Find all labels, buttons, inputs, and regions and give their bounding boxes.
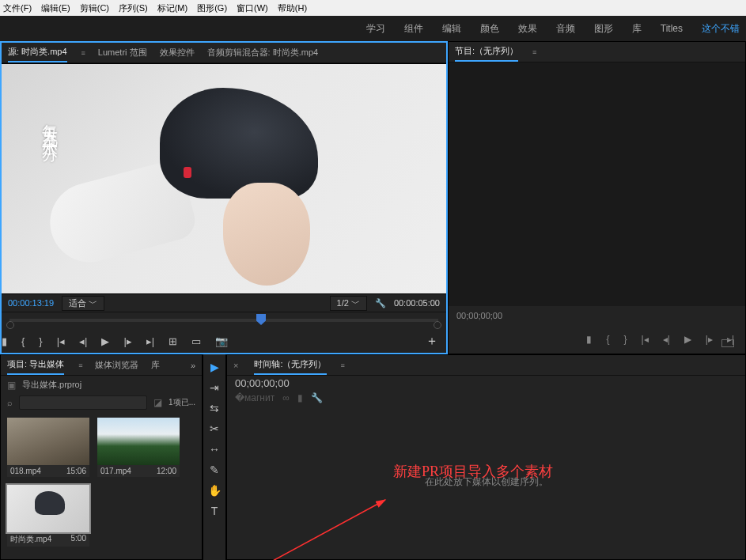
selection-tool-icon[interactable]: ▶ — [210, 361, 219, 373]
clip-thumb[interactable]: 017.mp412:00 — [97, 418, 180, 477]
play-icon[interactable]: ▶ — [101, 335, 109, 347]
menubar: 文件(F) 编辑(E) 剪辑(C) 序列(S) 标记(M) 图形(G) 窗口(W… — [0, 0, 746, 16]
close-tab-icon[interactable]: × — [233, 361, 238, 370]
insert-icon[interactable]: ⊞ — [169, 335, 177, 347]
panel-menu-icon[interactable]: ≡ — [341, 361, 345, 369]
ws-color[interactable]: 颜色 — [480, 22, 499, 36]
figure-cap — [160, 88, 318, 199]
menu-help[interactable]: 帮助(H) — [278, 2, 307, 14]
overwrite-icon[interactable]: ▭ — [191, 335, 201, 347]
slip-tool-icon[interactable]: ↔ — [209, 443, 220, 456]
ws-custom[interactable]: 这个不错 — [702, 22, 740, 36]
item-count: 1项已... — [169, 397, 195, 408]
source-tabs: 源: 时尚类.mp4 ≡ Lumetri 范围 效果控件 音频剪辑混合器: 时尚… — [2, 43, 446, 63]
panel-menu-icon[interactable]: ≡ — [81, 49, 85, 57]
safe-margins-icon[interactable] — [721, 339, 734, 347]
ws-assembly[interactable]: 组件 — [404, 22, 423, 36]
step-back-icon[interactable]: ◂| — [663, 334, 670, 345]
ws-audio[interactable]: 音频 — [556, 22, 575, 36]
ripple-tool-icon[interactable]: ⇆ — [210, 402, 219, 414]
ws-learn[interactable]: 学习 — [366, 22, 385, 36]
track-select-tool-icon[interactable]: ⇥ — [210, 381, 219, 394]
menu-clip[interactable]: 剪辑(C) — [80, 2, 109, 14]
zoom-fit-dropdown[interactable]: 适合 ﹀ — [62, 296, 104, 311]
menu-graphics[interactable]: 图形(G) — [197, 2, 227, 14]
clip-name: 018.mp4 — [10, 467, 41, 475]
resolution-dropdown[interactable]: 1/2 ﹀ — [330, 296, 367, 311]
menu-sequence[interactable]: 序列(S) — [119, 2, 148, 14]
ws-library[interactable]: 库 — [632, 22, 642, 36]
menu-file[interactable]: 文件(F) — [3, 2, 32, 14]
marker-add-icon[interactable]: ▮ — [297, 392, 303, 403]
tab-source[interactable]: 源: 时尚类.mp4 — [8, 43, 67, 62]
tab-libraries[interactable]: 库 — [151, 356, 160, 374]
play-icon[interactable]: ▶ — [684, 334, 691, 345]
timeline-tabs: × 时间轴:（无序列） ≡ — [227, 355, 745, 376]
source-tc-out: 00:00:05:00 — [394, 298, 440, 308]
type-tool-icon[interactable]: T — [211, 505, 218, 517]
step-fwd-icon[interactable]: |▸ — [123, 335, 131, 347]
project-name: 导出媒体.prproj — [22, 379, 81, 391]
go-to-out-icon[interactable]: ▸| — [146, 335, 154, 347]
ws-graphics[interactable]: 图形 — [594, 22, 613, 36]
go-to-in-icon[interactable]: |◂ — [57, 335, 65, 347]
menu-edit[interactable]: 编辑(E) — [41, 2, 70, 14]
razor-tool-icon[interactable]: ✂ — [210, 422, 219, 435]
filter-icon[interactable]: ◪ — [153, 397, 162, 408]
panel-menu-icon[interactable]: ≡ — [532, 48, 536, 56]
tab-project[interactable]: 项目: 导出媒体 — [7, 355, 64, 375]
out-point-icon[interactable]: } — [623, 334, 627, 345]
tab-program[interactable]: 节目:（无序列） — [455, 42, 518, 62]
tab-effect-controls[interactable]: 效果控件 — [160, 44, 195, 62]
more-tabs-icon[interactable]: » — [191, 358, 195, 373]
source-video-frame: 每天九点二十八分 — [2, 64, 446, 293]
timeline-panel: × 时间轴:（无序列） ≡ 00;00;00;00 �магнит ∞ ▮ 🔧 … — [226, 354, 746, 560]
zoom-handle-right[interactable] — [434, 321, 441, 329]
tab-timeline[interactable]: 时间轴:（无序列） — [254, 355, 326, 375]
tab-audio-mixer[interactable]: 音频剪辑混合器: 时尚类.mp4 — [207, 44, 319, 62]
menu-window[interactable]: 窗口(W) — [237, 2, 268, 14]
settings-wrench-icon[interactable]: 🔧 — [375, 298, 386, 308]
source-transport: ▮ { } |◂ ◂| ▶ |▸ ▸| ⊞ ▭ 📷 ＋ — [2, 329, 446, 353]
ws-titles[interactable]: Titles — [661, 23, 683, 34]
settings-wrench-icon[interactable]: 🔧 — [311, 392, 323, 403]
marker-icon[interactable]: ▮ — [2, 335, 7, 347]
in-point-icon[interactable]: { — [606, 334, 609, 345]
snap-icon[interactable]: �магнит — [235, 392, 275, 403]
program-monitor-panel: 节目:（无序列） ≡ 00;00;00;00 ▮ { } |◂ ◂| ▶ |▸ … — [448, 41, 746, 354]
clip-thumb[interactable]: 018.mp415:06 — [7, 418, 89, 477]
source-viewer[interactable]: 每天九点二十八分 — [2, 63, 446, 294]
thumb-image — [7, 485, 89, 532]
project-header: ▣ 导出媒体.prproj — [1, 376, 202, 394]
in-point-icon[interactable]: { — [21, 335, 25, 347]
step-fwd-icon[interactable]: |▸ — [706, 334, 713, 345]
clip-thumb[interactable]: 时尚类.mp45:00 — [7, 485, 89, 547]
timeline-tc[interactable]: 00;00;00;00 — [227, 376, 745, 391]
out-point-icon[interactable]: } — [39, 335, 42, 347]
export-frame-icon[interactable]: 📷 — [215, 335, 228, 347]
hand-tool-icon[interactable]: ✋ — [208, 484, 222, 497]
source-controls: 00:00:13:19 适合 ﹀ 1/2 ﹀ 🔧 00:00:05:00 — [2, 294, 446, 312]
link-icon[interactable]: ∞ — [282, 392, 290, 403]
ws-effects[interactable]: 效果 — [518, 22, 537, 36]
source-ruler[interactable] — [2, 312, 446, 329]
program-transport: ▮ { } |◂ ◂| ▶ |▸ ▸| — [449, 325, 745, 354]
menu-marker[interactable]: 标记(M) — [157, 2, 188, 14]
ws-editing[interactable]: 编辑 — [442, 22, 461, 36]
program-viewer[interactable] — [449, 62, 745, 306]
program-tc: 00;00;00;00 — [449, 306, 745, 325]
tab-media-browser[interactable]: 媒体浏览器 — [95, 356, 138, 374]
step-back-icon[interactable]: ◂| — [79, 335, 87, 347]
panel-menu-icon[interactable]: ≡ — [78, 361, 82, 369]
playhead-icon[interactable] — [256, 314, 266, 325]
source-tc-in[interactable]: 00:00:13:19 — [8, 298, 54, 308]
marker-icon[interactable]: ▮ — [586, 334, 592, 345]
go-to-in-icon[interactable]: |◂ — [642, 334, 649, 345]
tab-lumetri[interactable]: Lumetri 范围 — [98, 44, 147, 62]
project-search-input[interactable] — [19, 395, 147, 410]
zoom-handle-left[interactable] — [6, 321, 14, 329]
clip-duration: 5:00 — [71, 534, 86, 545]
pen-tool-icon[interactable]: ✎ — [210, 464, 219, 476]
timeline-drop-area[interactable]: 新建PR项目导入多个素材 在此处放下媒体以创建序列。 — [227, 405, 745, 559]
add-button-icon[interactable]: ＋ — [426, 333, 438, 350]
